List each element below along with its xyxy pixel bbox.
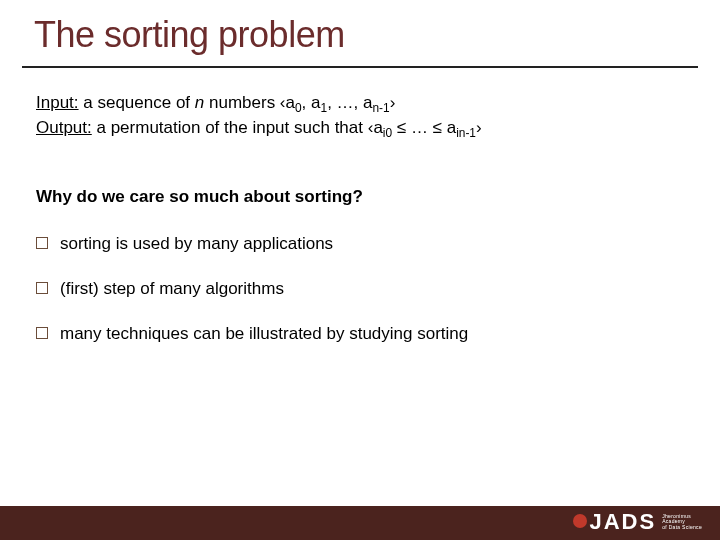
- content-block: Input: a sequence of n numbers ‹a0, a1, …: [36, 92, 684, 368]
- input-close: ›: [390, 93, 396, 112]
- input-line: Input: a sequence of n numbers ‹a0, a1, …: [36, 92, 684, 115]
- output-line: Output: a permutation of the input such …: [36, 117, 684, 140]
- brand-main: JADS: [590, 509, 657, 535]
- input-n: n: [195, 93, 204, 112]
- bullet-list: sorting is used by many applications (fi…: [36, 233, 684, 346]
- brand-sub-l3: of Data Science: [662, 524, 702, 530]
- brand-logo: JADS Jheronimus Academy of Data Science: [573, 509, 703, 535]
- output-mid: ≤ … ≤ a: [392, 118, 456, 137]
- list-item: sorting is used by many applications: [36, 233, 684, 256]
- question-heading: Why do we care so much about sorting?: [36, 186, 684, 209]
- slide: The sorting problem Input: a sequence of…: [0, 0, 720, 540]
- list-item: many techniques can be illustrated by st…: [36, 323, 684, 346]
- input-sub-nm1: n-1: [373, 101, 390, 115]
- output-sub-inm1: in-1: [456, 126, 476, 140]
- bullet-marker-icon: [36, 237, 48, 249]
- list-item: (first) step of many algorithms: [36, 278, 684, 301]
- title-rule: [22, 66, 698, 68]
- input-sub-0: 0: [295, 101, 302, 115]
- output-label: Output:: [36, 118, 92, 137]
- brand-sub: Jheronimus Academy of Data Science: [662, 514, 702, 530]
- output-sub-i0: i0: [383, 126, 392, 140]
- footer-bar: JADS Jheronimus Academy of Data Science: [0, 506, 720, 540]
- bullet-text: many techniques can be illustrated by st…: [60, 323, 468, 346]
- page-title: The sorting problem: [34, 14, 686, 56]
- input-c2: , …, a: [327, 93, 372, 112]
- input-text-post: numbers ‹a: [204, 93, 295, 112]
- bullet-text: (first) step of many algorithms: [60, 278, 284, 301]
- bullet-marker-icon: [36, 327, 48, 339]
- bullet-text: sorting is used by many applications: [60, 233, 333, 256]
- input-c1: , a: [302, 93, 321, 112]
- brand-dot-icon: [573, 514, 587, 528]
- output-close: ›: [476, 118, 482, 137]
- output-text-pre: a permutation of the input such that ‹a: [92, 118, 383, 137]
- bullet-marker-icon: [36, 282, 48, 294]
- input-label: Input:: [36, 93, 79, 112]
- input-text-pre: a sequence of: [79, 93, 195, 112]
